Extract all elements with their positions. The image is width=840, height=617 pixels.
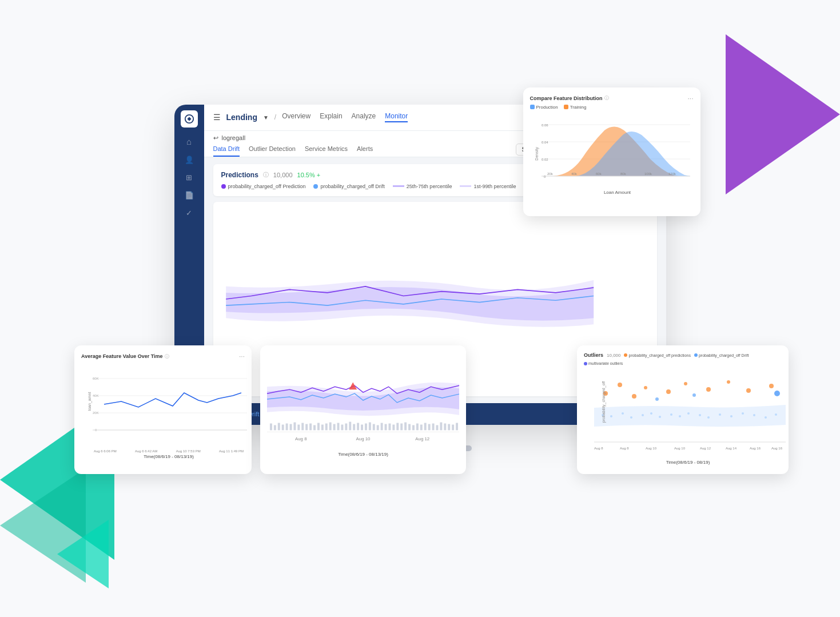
svg-rect-56	[373, 424, 375, 431]
svg-text:Aug 8: Aug 8	[295, 436, 307, 441]
svg-rect-71	[432, 424, 435, 431]
svg-text:Aug 10: Aug 10	[356, 436, 371, 441]
sidebar-icon-users[interactable]: 👤	[185, 156, 194, 164]
svg-point-94	[630, 416, 632, 419]
outlier-legend-2: probability_charged_off Drift	[694, 353, 749, 357]
svg-rect-39	[305, 424, 308, 431]
svg-point-102	[707, 416, 710, 419]
svg-point-79	[618, 383, 622, 387]
svg-text:60k: 60k	[596, 172, 602, 176]
svg-point-84	[706, 387, 711, 392]
nav-dropdown-icon[interactable]: ▼	[263, 114, 269, 121]
main-chart-card: Aug 8 Aug 10 Aug 12	[260, 345, 466, 474]
svg-rect-42	[317, 423, 320, 431]
back-icon[interactable]: ↩	[213, 134, 218, 142]
svg-text:Aug 12: Aug 12	[700, 447, 711, 450]
bg-triangle-small	[57, 520, 109, 588]
svg-rect-77	[456, 423, 458, 431]
svg-rect-67	[416, 424, 419, 431]
svg-rect-34	[286, 424, 288, 431]
svg-rect-35	[290, 424, 292, 431]
svg-point-100	[687, 412, 690, 415]
outlier-y-label: probability_charged_off	[602, 381, 606, 423]
svg-rect-63	[400, 424, 403, 431]
tab-service[interactable]: Service Metrics	[305, 145, 348, 157]
svg-rect-48	[341, 425, 343, 431]
legend-item-4: 1st-99th percentile	[460, 184, 516, 189]
svg-text:0.04: 0.04	[542, 141, 548, 144]
bg-triangle-right	[726, 34, 840, 194]
predictions-title: Predictions	[221, 171, 258, 179]
svg-text:80k: 80k	[620, 172, 627, 176]
tab-alerts[interactable]: Alerts	[357, 145, 373, 157]
svg-rect-58	[381, 423, 383, 431]
tab-outlier[interactable]: Outlier Detection	[249, 145, 296, 157]
outlier-x-label: Time(08/6/19 - 08/19)	[594, 460, 782, 465]
svg-text:Aug 8: Aug 8	[620, 447, 629, 450]
svg-rect-64	[404, 423, 407, 431]
predictions-count: 10,000	[273, 172, 293, 178]
svg-text:0: 0	[544, 175, 546, 178]
svg-text:40K: 40K	[93, 394, 99, 397]
nav-links: Overview Explain Analyze Monitor	[282, 112, 408, 122]
nav-separator-1: /	[274, 113, 276, 121]
svg-text:Aug 8: Aug 8	[594, 447, 603, 450]
sidebar-icon-check[interactable]: ✓	[186, 209, 192, 217]
svg-rect-49	[345, 424, 347, 431]
svg-rect-32	[278, 423, 280, 431]
svg-point-87	[769, 384, 774, 388]
svg-rect-59	[385, 424, 387, 431]
svg-point-95	[642, 414, 644, 416]
nav-link-explain[interactable]: Explain	[320, 112, 342, 122]
avg-card-title: Average Feature Value Over Time	[81, 353, 163, 359]
svg-text:Aug 16: Aug 16	[750, 447, 761, 450]
svg-point-93	[622, 412, 624, 415]
svg-text:40k: 40k	[571, 172, 578, 176]
svg-point-108	[775, 413, 777, 416]
legend-item-3: 25th-75th percentile	[393, 184, 452, 189]
svg-point-82	[666, 389, 671, 394]
svg-rect-44	[325, 424, 328, 431]
svg-point-81	[644, 386, 647, 389]
sidebar-icon-home[interactable]: ⌂	[186, 137, 192, 146]
outliers-card: Outliers 10,000 probability_charged_off …	[577, 345, 789, 474]
sidebar-icon-doc[interactable]: 📄	[185, 191, 194, 200]
predictions-change: 10.5% +	[297, 172, 321, 178]
tab-data-drift[interactable]: Data Drift	[213, 145, 240, 157]
svg-rect-50	[349, 422, 351, 431]
nav-title: Lending	[226, 113, 257, 122]
svg-text:20K: 20K	[93, 411, 99, 415]
sidebar-icon-grid[interactable]: ⊞	[186, 173, 192, 182]
x-axis-label-loan: Loan Amount	[542, 190, 694, 195]
svg-text:Aug 14: Aug 14	[726, 447, 737, 450]
svg-rect-36	[293, 423, 296, 431]
svg-rect-68	[420, 425, 423, 431]
svg-point-86	[746, 388, 751, 393]
svg-text:0.06: 0.06	[542, 124, 548, 127]
svg-rect-69	[424, 423, 427, 431]
svg-point-92	[610, 415, 612, 417]
nav-link-overview[interactable]: Overview	[282, 112, 310, 122]
legend-item-2: probability_charged_off Drift	[313, 184, 384, 189]
svg-rect-37	[297, 425, 300, 431]
svg-rect-30	[270, 424, 272, 431]
nav-link-monitor[interactable]: Monitor	[385, 112, 408, 122]
compare-info-icon: ⓘ	[604, 95, 609, 101]
svg-point-90	[692, 393, 696, 397]
svg-point-98	[670, 413, 672, 416]
svg-rect-51	[353, 424, 355, 431]
svg-rect-70	[428, 424, 431, 431]
compare-feature-card: Compare Feature Distribution ⓘ ··· Produ…	[523, 87, 700, 216]
compare-more-icon[interactable]: ···	[687, 94, 693, 102]
outliers-count: 10,000	[607, 353, 620, 358]
avg-more-icon[interactable]: ···	[239, 352, 245, 360]
svg-point-88	[774, 391, 780, 396]
svg-rect-38	[301, 423, 304, 431]
svg-point-101	[699, 414, 701, 416]
avg-y-label: loan_amnt	[87, 392, 91, 411]
svg-rect-57	[377, 425, 379, 430]
legend-training: Training	[564, 105, 587, 110]
hamburger-icon[interactable]: ☰	[213, 113, 221, 122]
svg-text:120k: 120k	[668, 172, 676, 176]
nav-link-analyze[interactable]: Analyze	[352, 112, 376, 122]
